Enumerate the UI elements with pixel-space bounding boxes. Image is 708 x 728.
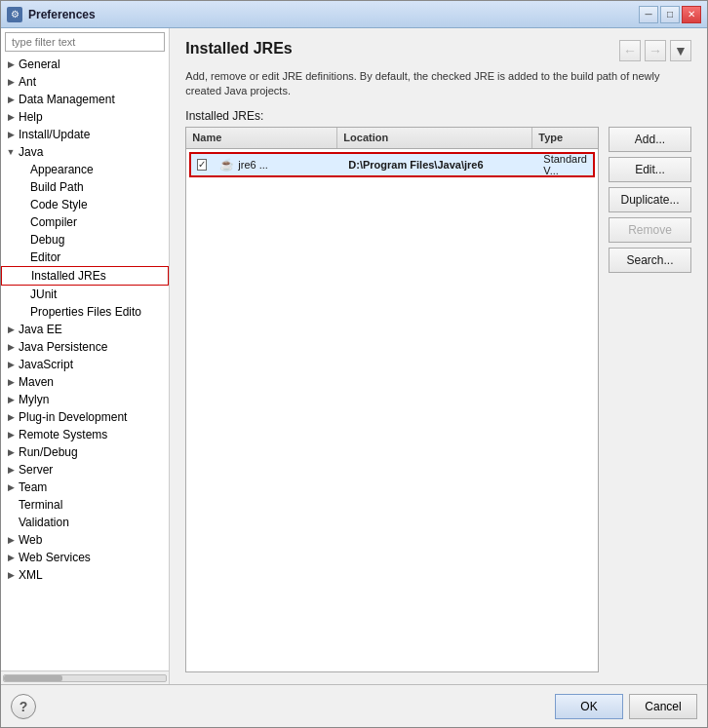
sidebar-item-terminal[interactable]: Terminal — [1, 496, 169, 514]
sidebar-item-mylyn[interactable]: Mylyn — [1, 391, 169, 408]
sidebar-item-installed-jres[interactable]: Installed JREs — [1, 266, 169, 286]
sidebar-scrollbar[interactable] — [1, 671, 169, 684]
jre-icon: ☕ — [218, 158, 234, 172]
maximize-button[interactable]: □ — [660, 6, 680, 23]
tree-arrow-installed-jres — [18, 270, 29, 282]
tree-arrow-mylyn — [5, 394, 17, 405]
sidebar-item-xml[interactable]: XML — [1, 566, 169, 584]
tree-arrow-web-services — [5, 552, 17, 563]
sidebar-item-java[interactable]: Java — [1, 143, 169, 161]
sidebar-item-build-path[interactable]: Build Path — [1, 178, 169, 196]
title-bar-buttons: ─ □ ✕ — [639, 6, 701, 23]
table-row[interactable]: ✓ ☕ jre6 ... D:\Program Files\Java\jre6 … — [189, 152, 595, 177]
tree-label-ant: Ant — [19, 75, 36, 89]
sidebar: GeneralAntData ManagementHelpInstall/Upd… — [1, 28, 170, 684]
preferences-window: ⚙ Preferences ─ □ ✕ GeneralAntData Manag… — [0, 0, 708, 728]
sidebar-item-debug[interactable]: Debug — [1, 231, 169, 249]
tree-arrow-java-ee — [5, 324, 17, 335]
table-header: Name Location Type — [186, 128, 598, 149]
sidebar-item-data-management[interactable]: Data Management — [1, 91, 169, 108]
tree-label-debug: Debug — [30, 233, 64, 247]
tree-arrow-javascript — [5, 359, 17, 370]
close-button[interactable]: ✕ — [682, 6, 701, 23]
checkbox-icon[interactable]: ✓ — [197, 159, 207, 171]
tree-label-web-services: Web Services — [19, 551, 91, 564]
sidebar-item-team[interactable]: Team — [1, 479, 169, 496]
tree-arrow-java — [5, 146, 17, 158]
sidebar-item-code-style[interactable]: Code Style — [1, 196, 169, 213]
tree-label-general: General — [19, 57, 60, 71]
sidebar-item-appearance[interactable]: Appearance — [1, 161, 169, 178]
jre-table: Name Location Type ✓ ☕ jre — [185, 127, 599, 672]
tree-arrow-junit — [17, 288, 28, 300]
description-text: Add, remove or edit JRE definitions. By … — [185, 69, 691, 99]
row-location: D:\Program Files\Java\jre6 — [342, 157, 537, 172]
toolbar-dropdown-button[interactable]: ▼ — [670, 40, 691, 61]
sidebar-item-java-ee[interactable]: Java EE — [1, 321, 169, 338]
title-bar: ⚙ Preferences ─ □ ✕ — [1, 1, 707, 28]
tree-area: GeneralAntData ManagementHelpInstall/Upd… — [1, 56, 169, 671]
sidebar-item-general[interactable]: General — [1, 56, 169, 73]
back-button[interactable]: ← — [619, 40, 641, 61]
sidebar-item-server[interactable]: Server — [1, 461, 169, 479]
tree-arrow-editor — [17, 251, 28, 263]
row-checkbox[interactable]: ✓ — [191, 157, 213, 172]
tree-label-server: Server — [19, 463, 53, 477]
edit-button[interactable]: Edit... — [609, 157, 691, 182]
window-icon: ⚙ — [7, 7, 22, 22]
duplicate-button[interactable]: Duplicate... — [609, 187, 691, 212]
tree-label-installed-jres: Installed JREs — [31, 269, 106, 283]
sidebar-item-javascript[interactable]: JavaScript — [1, 356, 169, 373]
tree-label-java-ee: Java EE — [19, 323, 62, 336]
tree-arrow-debug — [17, 234, 28, 246]
sidebar-item-install-update[interactable]: Install/Update — [1, 126, 169, 143]
filter-input[interactable] — [5, 32, 165, 52]
sidebar-item-editor[interactable]: Editor — [1, 249, 169, 266]
tree-arrow-remote-systems — [5, 429, 17, 441]
search-button[interactable]: Search... — [609, 248, 691, 273]
sidebar-item-help[interactable]: Help — [1, 108, 169, 126]
sidebar-item-maven[interactable]: Maven — [1, 373, 169, 391]
tree-label-team: Team — [19, 480, 47, 494]
ok-button[interactable]: OK — [555, 694, 623, 719]
sidebar-item-compiler[interactable]: Compiler — [1, 213, 169, 231]
help-button[interactable]: ? — [11, 694, 36, 719]
cancel-button[interactable]: Cancel — [629, 694, 697, 719]
tree-label-run-debug: Run/Debug — [19, 445, 78, 459]
forward-button[interactable]: → — [645, 40, 666, 61]
sidebar-item-validation[interactable]: Validation — [1, 514, 169, 531]
tree-label-code-style: Code Style — [30, 198, 88, 211]
add-button[interactable]: Add... — [609, 127, 691, 152]
tree-label-build-path: Build Path — [30, 180, 84, 194]
tree-label-properties-files: Properties Files Edito — [30, 305, 141, 319]
sidebar-item-java-persistence[interactable]: Java Persistence — [1, 338, 169, 356]
tree-arrow-xml — [5, 569, 17, 581]
main-panel: Installed JREs ← → ▼ Add, remove or edit… — [170, 28, 707, 684]
scroll-track[interactable] — [3, 674, 167, 682]
table-section: Name Location Type ✓ ☕ jre — [185, 127, 599, 672]
tree-arrow-ant — [5, 76, 17, 88]
sidebar-item-web[interactable]: Web — [1, 531, 169, 549]
row-name: ☕ jre6 ... — [213, 156, 342, 173]
tree-label-validation: Validation — [19, 516, 69, 529]
sidebar-item-run-debug[interactable]: Run/Debug — [1, 443, 169, 461]
sidebar-item-properties-files[interactable]: Properties Files Edito — [1, 303, 169, 321]
tree-arrow-run-debug — [5, 446, 17, 458]
tree-label-data-management: Data Management — [19, 93, 115, 106]
tree-arrow-help — [5, 111, 17, 123]
table-body: ✓ ☕ jre6 ... D:\Program Files\Java\jre6 … — [186, 149, 598, 671]
sidebar-item-remote-systems[interactable]: Remote Systems — [1, 426, 169, 443]
sidebar-item-plugin-development[interactable]: Plug-in Development — [1, 408, 169, 426]
sidebar-item-ant[interactable]: Ant — [1, 73, 169, 91]
tree-arrow-properties-files — [17, 306, 28, 318]
sidebar-item-junit[interactable]: JUnit — [1, 286, 169, 303]
minimize-button[interactable]: ─ — [639, 6, 658, 23]
scroll-thumb[interactable] — [4, 675, 62, 681]
tree-arrow-java-persistence — [5, 341, 17, 353]
main-header: Installed JREs ← → ▼ — [185, 40, 691, 61]
sidebar-item-web-services[interactable]: Web Services — [1, 549, 169, 566]
tree-label-mylyn: Mylyn — [19, 393, 49, 406]
remove-button[interactable]: Remove — [609, 217, 691, 243]
dialog-buttons: OK Cancel — [555, 694, 697, 719]
tree-label-maven: Maven — [19, 375, 54, 389]
